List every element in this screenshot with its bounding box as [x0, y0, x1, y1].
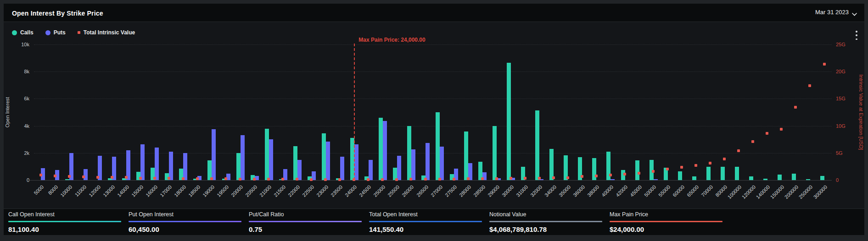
stat-accent-bar: [129, 221, 241, 222]
stat-accent-bar: [369, 221, 482, 222]
stats-row: Call Open Interest 81,100.40 Put Open In…: [8, 211, 722, 233]
stat-accent-bar: [8, 221, 121, 222]
stat-label: Put Open Interest: [129, 211, 241, 219]
date-selector[interactable]: Mar 31 2023: [815, 9, 857, 16]
stat-accent-bar: [249, 221, 362, 222]
chevron-down-icon: [852, 11, 857, 14]
stat-card-max-pain-price: Max Pain Price $24,000.00: [610, 211, 722, 233]
stat-card-put-open-interest: Put Open Interest 60,450.00: [129, 211, 241, 233]
puts-legend-marker: [45, 30, 50, 35]
stat-value: 81,100.40: [8, 225, 121, 233]
stat-accent-bar: [489, 221, 602, 222]
intrinsic-value-legend-marker: [78, 31, 80, 34]
stat-value: 141,550.40: [369, 225, 482, 233]
stat-accent-bar: [610, 221, 722, 222]
left-axis-title: Open Interest: [5, 97, 10, 128]
stat-value: 0.75: [249, 225, 362, 233]
intrinsic-value-legend-label: Total Intrinsic Value: [84, 29, 135, 36]
stat-card-put-call-ratio: Put/Call Ratio 0.75: [249, 211, 362, 233]
stat-value: 60,450.00: [129, 225, 241, 233]
chart-legend: Calls Puts Total Intrinsic Value: [12, 29, 135, 36]
puts-legend-label: Puts: [54, 29, 66, 36]
stat-card-notional-value: Notional Value $4,068,789,810.78: [489, 211, 602, 233]
calls-legend-label: Calls: [20, 29, 34, 36]
stat-label: Max Pain Price: [610, 211, 722, 219]
stat-label: Call Open Interest: [8, 211, 121, 219]
date-selector-label: Mar 31 2023: [815, 9, 849, 16]
legend-item-puts[interactable]: Puts: [45, 29, 66, 36]
panel-header: [4, 4, 864, 22]
calls-legend-marker: [12, 30, 17, 35]
stat-value: $24,000.00: [610, 225, 722, 233]
stat-label: Total Open Interest: [369, 211, 482, 219]
kebab-menu-icon[interactable]: [853, 30, 860, 40]
page-title: Open Interest By Strike Price: [12, 10, 103, 17]
chart-panel: [4, 4, 864, 235]
stat-card-total-open-interest: Total Open Interest 141,550.40: [369, 211, 482, 233]
stat-label: Notional Value: [489, 211, 602, 219]
right-axis-title: Intrinsic Value at Expiration [USD]: [858, 75, 864, 150]
legend-item-total-intrinsic-value[interactable]: Total Intrinsic Value: [78, 29, 135, 36]
stat-label: Put/Call Ratio: [249, 211, 362, 219]
stat-card-call-open-interest: Call Open Interest 81,100.40: [8, 211, 121, 233]
legend-item-calls[interactable]: Calls: [12, 29, 34, 36]
stat-value: $4,068,789,810.78: [489, 225, 602, 233]
